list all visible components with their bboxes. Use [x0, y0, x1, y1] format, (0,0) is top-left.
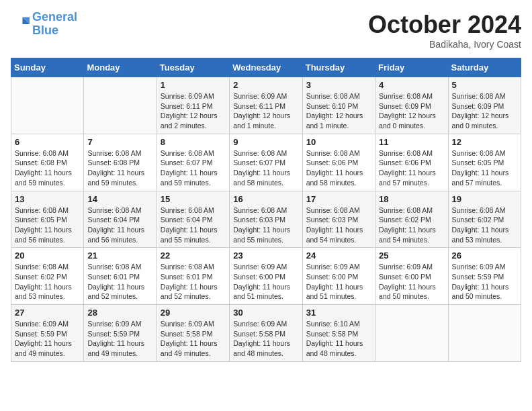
day-detail: Sunrise: 6:09 AM Sunset: 6:00 PM Dayligh…: [233, 262, 298, 302]
day-number: 11: [379, 137, 444, 147]
day-detail: Sunrise: 6:08 AM Sunset: 6:06 PM Dayligh…: [379, 148, 444, 188]
day-number: 4: [379, 80, 444, 90]
location-subtitle: Badikaha, Ivory Coast: [368, 39, 521, 50]
weekday-header-monday: Monday: [84, 58, 157, 77]
day-detail: Sunrise: 6:08 AM Sunset: 6:09 PM Dayligh…: [379, 91, 444, 131]
day-number: 16: [233, 194, 298, 204]
day-number: 13: [15, 194, 80, 204]
calendar-cell: 30Sunrise: 6:09 AM Sunset: 5:58 PM Dayli…: [230, 305, 302, 362]
day-number: 7: [87, 137, 152, 147]
calendar-cell: 13Sunrise: 6:08 AM Sunset: 6:05 PM Dayli…: [11, 191, 84, 248]
calendar-week-row: 6Sunrise: 6:08 AM Sunset: 6:08 PM Daylig…: [11, 134, 521, 191]
day-detail: Sunrise: 6:08 AM Sunset: 6:09 PM Dayligh…: [452, 91, 517, 131]
calendar-cell: 19Sunrise: 6:08 AM Sunset: 6:02 PM Dayli…: [448, 191, 521, 248]
day-number: 10: [306, 137, 371, 147]
day-detail: Sunrise: 6:08 AM Sunset: 6:01 PM Dayligh…: [161, 262, 226, 302]
calendar-header-row: SundayMondayTuesdayWednesdayThursdayFrid…: [11, 58, 521, 77]
calendar-week-row: 13Sunrise: 6:08 AM Sunset: 6:05 PM Dayli…: [11, 191, 521, 248]
day-detail: Sunrise: 6:08 AM Sunset: 6:10 PM Dayligh…: [306, 91, 371, 131]
calendar-cell: 11Sunrise: 6:08 AM Sunset: 6:06 PM Dayli…: [375, 134, 448, 191]
page-header: General Blue October 2024 Badikaha, Ivor…: [11, 11, 521, 50]
calendar-cell: 22Sunrise: 6:08 AM Sunset: 6:01 PM Dayli…: [157, 248, 229, 305]
day-detail: Sunrise: 6:08 AM Sunset: 6:07 PM Dayligh…: [161, 148, 226, 188]
day-detail: Sunrise: 6:08 AM Sunset: 6:08 PM Dayligh…: [15, 148, 80, 188]
calendar-cell: 2Sunrise: 6:09 AM Sunset: 6:11 PM Daylig…: [230, 77, 302, 134]
calendar-cell: 21Sunrise: 6:08 AM Sunset: 6:01 PM Dayli…: [84, 248, 157, 305]
calendar-cell: 5Sunrise: 6:08 AM Sunset: 6:09 PM Daylig…: [448, 77, 521, 134]
weekday-header-thursday: Thursday: [302, 58, 375, 77]
day-number: 28: [87, 308, 152, 318]
calendar-cell: 14Sunrise: 6:08 AM Sunset: 6:04 PM Dayli…: [84, 191, 157, 248]
day-detail: Sunrise: 6:08 AM Sunset: 6:01 PM Dayligh…: [87, 262, 152, 302]
day-number: 1: [161, 80, 226, 90]
day-detail: Sunrise: 6:08 AM Sunset: 6:04 PM Dayligh…: [161, 205, 226, 245]
day-number: 21: [87, 250, 152, 261]
calendar-cell: 23Sunrise: 6:09 AM Sunset: 6:00 PM Dayli…: [230, 248, 302, 305]
day-detail: Sunrise: 6:09 AM Sunset: 5:59 PM Dayligh…: [87, 319, 152, 359]
day-detail: Sunrise: 6:09 AM Sunset: 5:59 PM Dayligh…: [452, 262, 517, 302]
day-detail: Sunrise: 6:08 AM Sunset: 6:02 PM Dayligh…: [15, 262, 80, 302]
weekday-header-friday: Friday: [375, 58, 448, 77]
calendar-week-row: 27Sunrise: 6:09 AM Sunset: 5:59 PM Dayli…: [11, 305, 521, 362]
day-detail: Sunrise: 6:08 AM Sunset: 6:03 PM Dayligh…: [233, 205, 298, 245]
day-number: 30: [233, 308, 298, 318]
weekday-header-saturday: Saturday: [448, 58, 521, 77]
calendar-cell: 16Sunrise: 6:08 AM Sunset: 6:03 PM Dayli…: [230, 191, 302, 248]
day-detail: Sunrise: 6:09 AM Sunset: 6:00 PM Dayligh…: [379, 262, 444, 302]
calendar-cell: [11, 77, 84, 134]
day-number: 8: [161, 137, 226, 147]
day-number: 25: [379, 250, 444, 261]
logo: General Blue: [11, 11, 77, 38]
calendar-cell: [375, 305, 448, 362]
weekday-header-wednesday: Wednesday: [230, 58, 302, 77]
calendar-cell: 9Sunrise: 6:08 AM Sunset: 6:07 PM Daylig…: [230, 134, 302, 191]
day-number: 15: [161, 194, 226, 204]
calendar-table: SundayMondayTuesdayWednesdayThursdayFrid…: [11, 58, 521, 362]
day-detail: Sunrise: 6:09 AM Sunset: 5:58 PM Dayligh…: [161, 319, 226, 359]
day-number: 6: [15, 137, 80, 147]
day-number: 3: [306, 80, 371, 90]
logo-blue: Blue: [32, 24, 58, 37]
calendar-cell: 4Sunrise: 6:08 AM Sunset: 6:09 PM Daylig…: [375, 77, 448, 134]
calendar-cell: 7Sunrise: 6:08 AM Sunset: 6:08 PM Daylig…: [84, 134, 157, 191]
day-number: 17: [306, 194, 371, 204]
day-number: 14: [87, 194, 152, 204]
calendar-cell: 3Sunrise: 6:08 AM Sunset: 6:10 PM Daylig…: [302, 77, 375, 134]
day-number: 9: [233, 137, 298, 147]
day-number: 31: [306, 308, 371, 318]
calendar-cell: 1Sunrise: 6:09 AM Sunset: 6:11 PM Daylig…: [157, 77, 229, 134]
day-detail: Sunrise: 6:08 AM Sunset: 6:08 PM Dayligh…: [87, 148, 152, 188]
day-detail: Sunrise: 6:08 AM Sunset: 6:02 PM Dayligh…: [452, 205, 517, 245]
calendar-cell: 28Sunrise: 6:09 AM Sunset: 5:59 PM Dayli…: [84, 305, 157, 362]
calendar-cell: 31Sunrise: 6:10 AM Sunset: 5:58 PM Dayli…: [302, 305, 375, 362]
calendar-cell: [84, 77, 157, 134]
day-number: 29: [161, 308, 226, 318]
calendar-cell: [448, 305, 521, 362]
day-number: 18: [379, 194, 444, 204]
day-detail: Sunrise: 6:09 AM Sunset: 5:58 PM Dayligh…: [233, 319, 298, 359]
day-number: 2: [233, 80, 298, 90]
calendar-cell: 18Sunrise: 6:08 AM Sunset: 6:02 PM Dayli…: [375, 191, 448, 248]
logo-general: General: [32, 10, 77, 24]
day-detail: Sunrise: 6:09 AM Sunset: 6:00 PM Dayligh…: [306, 262, 371, 302]
calendar-cell: 10Sunrise: 6:08 AM Sunset: 6:06 PM Dayli…: [302, 134, 375, 191]
calendar-cell: 26Sunrise: 6:09 AM Sunset: 5:59 PM Dayli…: [448, 248, 521, 305]
calendar-week-row: 1Sunrise: 6:09 AM Sunset: 6:11 PM Daylig…: [11, 77, 521, 134]
calendar-cell: 17Sunrise: 6:08 AM Sunset: 6:03 PM Dayli…: [302, 191, 375, 248]
day-number: 22: [161, 250, 226, 261]
weekday-header-tuesday: Tuesday: [157, 58, 229, 77]
day-detail: Sunrise: 6:08 AM Sunset: 6:05 PM Dayligh…: [452, 148, 517, 188]
day-number: 24: [306, 250, 371, 261]
day-detail: Sunrise: 6:08 AM Sunset: 6:03 PM Dayligh…: [306, 205, 371, 245]
day-number: 5: [452, 80, 517, 90]
calendar-cell: 15Sunrise: 6:08 AM Sunset: 6:04 PM Dayli…: [157, 191, 229, 248]
day-detail: Sunrise: 6:08 AM Sunset: 6:06 PM Dayligh…: [306, 148, 371, 188]
day-detail: Sunrise: 6:08 AM Sunset: 6:02 PM Dayligh…: [379, 205, 444, 245]
day-detail: Sunrise: 6:09 AM Sunset: 6:11 PM Dayligh…: [233, 91, 298, 131]
day-detail: Sunrise: 6:09 AM Sunset: 6:11 PM Dayligh…: [161, 91, 226, 131]
day-number: 19: [452, 194, 517, 204]
calendar-cell: 29Sunrise: 6:09 AM Sunset: 5:58 PM Dayli…: [157, 305, 229, 362]
day-number: 26: [452, 250, 517, 261]
month-title: October 2024: [368, 11, 521, 39]
calendar-cell: 8Sunrise: 6:08 AM Sunset: 6:07 PM Daylig…: [157, 134, 229, 191]
